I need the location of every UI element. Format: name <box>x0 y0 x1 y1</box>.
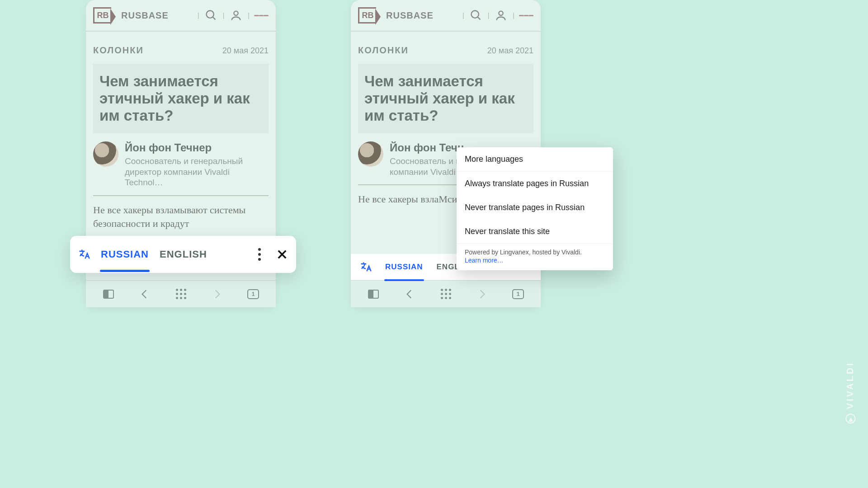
svg-point-0 <box>206 11 213 18</box>
author-name: Йон фон Течнер <box>125 141 269 154</box>
svg-point-7 <box>499 11 503 15</box>
category-label[interactable]: КОЛОНКИ <box>358 45 409 56</box>
translate-icon <box>77 248 91 261</box>
user-icon[interactable] <box>494 8 508 23</box>
tabs-icon[interactable]: 1 <box>245 286 261 302</box>
menu-more-languages[interactable]: More languages <box>457 147 613 172</box>
logo-icon[interactable]: RB <box>93 7 111 23</box>
menu-never-lang[interactable]: Never translate pages in Russian <box>457 196 613 220</box>
logo-icon[interactable]: RB <box>358 7 376 23</box>
back-icon[interactable] <box>402 286 417 302</box>
forward-icon[interactable] <box>209 286 225 302</box>
vivaldi-logo-icon: ▶ <box>845 413 855 423</box>
browser-bottom-nav: 1 <box>351 280 541 307</box>
translate-lang-english[interactable]: ENGLISH <box>159 245 208 264</box>
menu-always-translate[interactable]: Always translate pages in Russian <box>457 172 613 196</box>
logo-short: RB <box>362 11 374 20</box>
panel-toggle-icon[interactable] <box>366 286 381 302</box>
tabs-icon[interactable]: 1 <box>510 286 526 302</box>
avatar <box>358 141 383 167</box>
forward-icon[interactable] <box>474 286 490 302</box>
svg-line-1 <box>212 17 215 20</box>
panel-toggle-icon[interactable] <box>101 286 116 302</box>
speed-dial-icon[interactable] <box>173 286 189 302</box>
search-icon[interactable] <box>469 8 483 23</box>
category-label[interactable]: КОЛОНКИ <box>93 45 144 56</box>
header-icons: | | | <box>462 8 533 23</box>
article-date: 20 мая 2021 <box>222 46 269 56</box>
menu-icon[interactable] <box>254 8 269 23</box>
logo-text: RUSBASE <box>121 10 169 21</box>
powered-by-text: Powered by Lingvanex, hosted by Vivaldi. <box>465 249 582 256</box>
translate-bar: RUSSIAN ENGLISH <box>70 236 296 273</box>
user-icon[interactable] <box>229 8 243 23</box>
logo-short: RB <box>97 11 109 20</box>
translate-icon <box>359 260 373 274</box>
article-title: Чем занимается этичный хакер и как им ст… <box>99 73 262 124</box>
avatar <box>93 141 118 167</box>
menu-never-site[interactable]: Never translate this site <box>457 220 613 244</box>
title-card: Чем занимается этичный хакер и как им ст… <box>93 64 269 133</box>
browser-bottom-nav: 1 <box>86 280 276 307</box>
site-header: RB RUSBASE | | | <box>86 0 276 32</box>
translate-lang-russian[interactable]: RUSSIAN <box>100 245 150 264</box>
article-title: Чем занимается этичный хакер и как им ст… <box>364 73 527 124</box>
logo-text: RUSBASE <box>386 10 434 21</box>
title-card: Чем занимается этичный хакер и как им ст… <box>358 64 533 133</box>
translate-lang-russian[interactable]: RUSSIAN <box>384 259 424 275</box>
tab-count: 1 <box>247 289 259 299</box>
article-area: КОЛОНКИ 20 мая 2021 Чем занимается этичн… <box>86 32 276 230</box>
translate-options-menu: More languages Always translate pages in… <box>457 147 613 270</box>
author-block[interactable]: Йон фон Течнер Сооснователь и генеральны… <box>93 141 269 188</box>
article-date: 20 мая 2021 <box>487 46 533 56</box>
learn-more-link[interactable]: Learn more… <box>465 257 605 264</box>
search-icon[interactable] <box>204 8 218 23</box>
header-icons: | | | <box>198 8 269 23</box>
site-header: RB RUSBASE | | | <box>351 0 541 32</box>
divider <box>93 195 269 196</box>
menu-icon[interactable] <box>519 8 533 23</box>
translate-more-icon[interactable] <box>253 248 266 261</box>
translate-close-icon[interactable] <box>275 248 289 261</box>
vivaldi-watermark: ▶ VIVALDI <box>845 361 855 423</box>
tab-count: 1 <box>512 289 524 299</box>
watermark-text: VIVALDI <box>845 361 855 409</box>
svg-line-6 <box>477 17 480 20</box>
svg-point-2 <box>234 11 238 15</box>
svg-point-5 <box>471 11 478 18</box>
article-body: Не все хакеры взламывают системы безопас… <box>93 203 269 230</box>
menu-footer: Powered by Lingvanex, hosted by Vivaldi.… <box>457 244 613 270</box>
speed-dial-icon[interactable] <box>438 286 453 302</box>
author-subtitle: Сооснователь и генеральный директор комп… <box>125 156 269 188</box>
back-icon[interactable] <box>137 286 152 302</box>
